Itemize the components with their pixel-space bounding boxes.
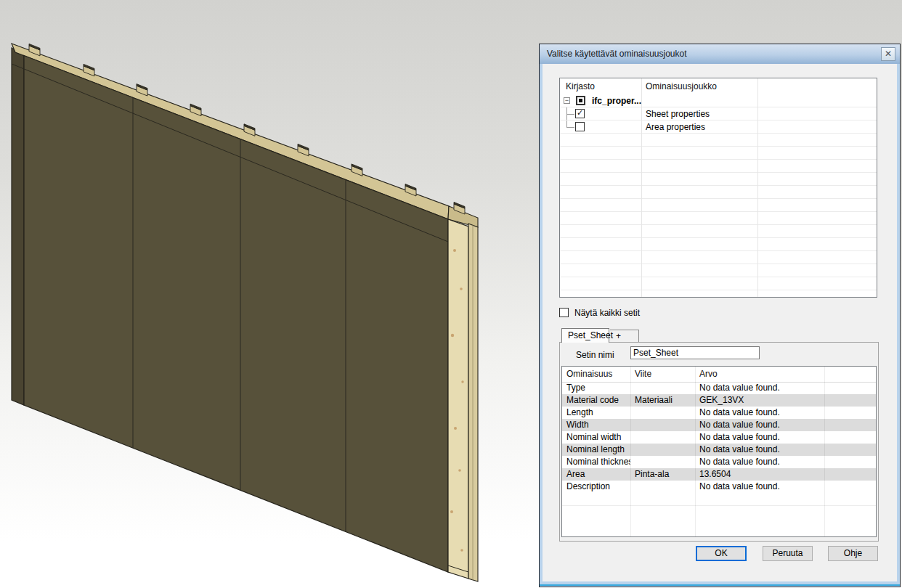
library-label: ifc_proper... — [592, 95, 641, 107]
show-all-sets-checkbox[interactable] — [559, 308, 569, 317]
tab-pane: Setin nimi Ominaisuus Viite Arvo Type No… — [559, 342, 879, 542]
help-button[interactable]: Ohje — [828, 546, 878, 561]
close-icon: ✕ — [885, 49, 892, 59]
prop-name: Length — [566, 407, 629, 419]
prop-row[interactable]: Material code Materiaali GEK_13VX — [562, 394, 876, 407]
prop-name: Type — [566, 382, 629, 394]
column-separator — [641, 78, 642, 297]
prop-value: No data value found. — [699, 431, 823, 444]
wall-left-end — [12, 48, 24, 405]
prop-name: Description — [566, 481, 629, 493]
prop-row[interactable]: Width No data value found. — [562, 419, 876, 431]
prop-value: No data value found. — [699, 407, 823, 419]
column-separator — [824, 367, 825, 536]
library-tristate-checkbox[interactable] — [576, 96, 585, 105]
prop-name: Width — [566, 419, 629, 431]
tree-col-ominaisuusjoukko: Ominaisuusjoukko — [646, 78, 717, 94]
prop-name: Nominal thickness — [566, 456, 630, 468]
prop-value: No data value found. — [699, 419, 823, 431]
prop-reference — [635, 444, 694, 456]
viewport-3d[interactable] — [0, 0, 542, 588]
tree-row-set[interactable]: ✓ Sheet properties — [560, 107, 877, 121]
prop-name: Nominal length — [566, 444, 629, 456]
sheet-properties-checkbox[interactable]: ✓ — [575, 109, 585, 118]
ok-button[interactable]: OK — [696, 546, 747, 561]
prop-reference — [635, 407, 694, 419]
prop-reference — [635, 419, 694, 431]
wall-back-strip — [468, 224, 478, 581]
set-name-cell: Area properties — [646, 121, 705, 134]
tree-header-row: Kirjasto Ominaisuusjoukko — [560, 78, 877, 95]
area-properties-checkbox[interactable] — [575, 122, 585, 131]
collapse-expander-icon[interactable]: − — [564, 97, 570, 104]
tree-connector — [566, 114, 567, 120]
prop-reference — [635, 431, 694, 444]
prop-reference — [635, 382, 694, 394]
column-separator — [630, 367, 631, 536]
prop-reference — [635, 481, 694, 493]
prop-value: No data value found. — [699, 382, 823, 394]
prop-reference: Pinta-ala — [635, 468, 694, 481]
tab-add[interactable]: + — [610, 330, 639, 342]
checkmark-icon: ✓ — [577, 108, 583, 118]
property-set-tree[interactable]: Kirjasto Ominaisuusjoukko − ifc_proper..… — [559, 78, 877, 298]
set-name-cell: Sheet properties — [646, 108, 710, 121]
set-name-input[interactable] — [630, 346, 760, 359]
prop-value: No data value found. — [699, 444, 823, 456]
col-arvo: Arvo — [699, 367, 718, 382]
tristate-fill-icon — [579, 99, 582, 102]
dialog-body: Kirjasto Ominaisuusjoukko − ifc_proper..… — [543, 64, 897, 581]
props-header-row: Ominaisuus Viite Arvo — [562, 367, 876, 383]
tree-row-library[interactable]: − ifc_proper... — [560, 94, 877, 107]
dialog-titlebar[interactable]: Valitse käytettävät ominaisuusjoukot — [540, 44, 900, 64]
col-ominaisuus: Ominaisuus — [566, 367, 612, 382]
prop-reference: Materiaali — [635, 394, 694, 407]
empty-row — [562, 493, 876, 506]
prop-row[interactable]: Length No data value found. — [562, 407, 876, 419]
prop-value: 13.6504 — [699, 468, 823, 481]
dialog-title: Valitse käytettävät ominaisuusjoukot — [547, 49, 687, 59]
column-separator — [757, 78, 758, 297]
tree-empty-rows — [560, 134, 877, 297]
tree-col-kirjasto: Kirjasto — [566, 78, 595, 94]
prop-value: No data value found. — [699, 456, 823, 468]
prop-row[interactable]: Description No data value found. — [562, 481, 876, 493]
prop-reference — [635, 456, 694, 468]
prop-row[interactable]: Area Pinta-ala 13.6504 — [562, 468, 876, 481]
prop-value: GEK_13VX — [699, 394, 823, 407]
prop-row[interactable]: Nominal length No data value found. — [562, 444, 876, 456]
tree-row-set[interactable]: Area properties — [560, 121, 877, 134]
wall-end-stud — [448, 219, 468, 579]
prop-row[interactable]: Type No data value found. — [562, 382, 876, 394]
show-all-sets-label: Näytä kaikki setit — [574, 308, 640, 319]
tree-connector — [566, 107, 574, 115]
prop-name: Material code — [566, 394, 629, 407]
tab-pset-sheet[interactable]: Pset_Sheet — [561, 328, 609, 343]
prop-row[interactable]: Nominal width No data value found. — [562, 431, 876, 444]
prop-value: No data value found. — [699, 481, 823, 493]
close-button[interactable]: ✕ — [881, 47, 895, 61]
property-sets-dialog: Valitse käytettävät ominaisuusjoukot ✕ K… — [539, 44, 901, 587]
properties-table[interactable]: Ominaisuus Viite Arvo Type No data value… — [561, 366, 877, 537]
cancel-button[interactable]: Peruuta — [763, 546, 813, 561]
dialog-bottom-accent — [540, 584, 900, 586]
prop-name: Nominal width — [566, 431, 629, 444]
set-name-label: Setin nimi — [576, 350, 614, 360]
prop-row[interactable]: Nominal thickness No data value found. — [562, 456, 876, 468]
col-viite: Viite — [635, 367, 651, 382]
tree-connector — [566, 121, 574, 128]
column-separator — [695, 367, 696, 536]
prop-name: Area — [566, 468, 629, 481]
